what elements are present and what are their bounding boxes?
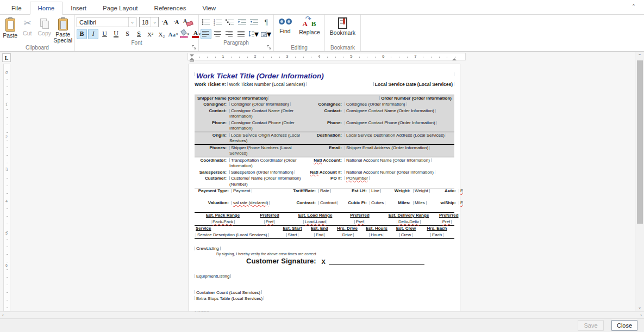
field-value[interactable]: val rate (declared) xyxy=(232,200,270,205)
scroll-right-arrow-icon[interactable]: › xyxy=(640,312,642,318)
font-family-dropdown-icon[interactable]: ⌄ xyxy=(128,17,136,27)
field-value[interactable]: Consignor Contact Name (Order Informatio… xyxy=(229,108,293,119)
tab-stop-selector[interactable]: L xyxy=(2,53,11,62)
justify-button[interactable] xyxy=(236,29,247,39)
field-value[interactable]: Pref xyxy=(264,219,276,224)
field-value[interactable]: PONumber xyxy=(345,176,370,181)
paste-button[interactable]: Paste xyxy=(2,16,19,44)
close-button[interactable]: Close xyxy=(611,320,637,331)
clear-formatting-button[interactable]: A xyxy=(183,17,193,27)
show-formatting-marks-button[interactable]: ¶ xyxy=(261,17,272,27)
field-value[interactable]: Consignor Contact Phone (Order Informati… xyxy=(229,120,295,131)
field-value[interactable]: Payment xyxy=(232,188,252,193)
field-value[interactable]: Consignee Contact Name (Order Informatio… xyxy=(345,108,436,113)
double-strikethrough-button[interactable]: S xyxy=(134,29,144,39)
underline-button[interactable]: U xyxy=(99,29,110,39)
field-value[interactable]: Pref xyxy=(354,219,366,224)
font-dialog-launcher[interactable] xyxy=(191,45,197,50)
field-value[interactable]: Line xyxy=(370,188,381,193)
tab-references[interactable]: References xyxy=(146,2,195,15)
field-value[interactable]: Customer Name (Order Information)(Number… xyxy=(229,176,301,187)
field-value[interactable]: Cubes xyxy=(370,200,385,205)
shading-button[interactable]: ▾ xyxy=(260,29,272,39)
save-button[interactable]: Save xyxy=(578,320,604,331)
field-value[interactable]: Consignee Contact Phone (Order Informati… xyxy=(345,120,437,125)
subscript-button[interactable]: X₂ xyxy=(157,29,167,39)
change-case-button[interactable]: Aa▾ xyxy=(168,29,178,39)
shrink-font-button[interactable]: ˇA xyxy=(171,17,182,27)
field-value[interactable]: Salesperson (Order Information) xyxy=(229,170,295,175)
field-value[interactable]: Local Service Origin Address (Local Serv… xyxy=(229,133,300,144)
shipper-name-field[interactable]: Shipper Name (Order Information) xyxy=(196,96,269,102)
order-number-field[interactable]: Order Number (Order Information) xyxy=(379,96,453,102)
font-size-dropdown-icon[interactable]: ⌄ xyxy=(151,17,158,27)
tab-home[interactable]: Home xyxy=(30,2,63,15)
superscript-button[interactable]: X² xyxy=(145,29,155,39)
field-value[interactable]: Rate xyxy=(318,188,331,193)
work-ticket-number-field[interactable]: Work Ticket Number (Local Services) xyxy=(227,82,307,87)
field-value[interactable]: Weight xyxy=(413,188,430,193)
scroll-up-arrow-icon[interactable]: ⌃ xyxy=(635,52,644,60)
field-value[interactable]: Crew xyxy=(399,232,413,237)
field-value[interactable]: Service Description (Local Services) xyxy=(196,232,269,237)
multilevel-list-button[interactable] xyxy=(224,17,235,27)
field-value[interactable]: Pref xyxy=(441,219,452,224)
tab-insert[interactable]: Insert xyxy=(62,2,95,15)
field-value[interactable]: National Account Name (Order Information… xyxy=(345,158,432,163)
field-value[interactable]: Shipper Email Address (Order Information… xyxy=(345,145,430,150)
field-value[interactable]: Pack-Pack xyxy=(211,219,235,224)
field-value[interactable]: End xyxy=(314,232,325,237)
font-family-combobox[interactable]: Calibri ⌄ xyxy=(77,17,136,27)
equipment-listing-field[interactable]: EquipmentListing xyxy=(195,274,231,279)
field-value[interactable]: Contract xyxy=(318,200,338,205)
cut-button[interactable]: ✂ Cut xyxy=(19,16,36,44)
double-underline-button[interactable]: U xyxy=(111,29,121,39)
numbering-button[interactable]: 123 xyxy=(212,17,223,27)
italic-button[interactable]: I xyxy=(88,29,98,39)
field-value[interactable]: Local Service Destination Address (Local… xyxy=(345,133,446,138)
tab-page-layout[interactable]: Page Layout xyxy=(95,2,146,15)
vertical-scrollbar-thumb[interactable] xyxy=(637,60,643,224)
document-canvas[interactable]: 1 2 3 4 5 6 7 Work Ticket Title (Order I… xyxy=(14,52,635,311)
field-value[interactable]: Deliv-Deliv xyxy=(397,219,421,224)
copy-button[interactable]: Copy xyxy=(36,16,53,44)
bookmark-button[interactable]: Bookmark xyxy=(327,16,359,44)
left-indent-marker[interactable] xyxy=(190,54,193,60)
decrease-indent-button[interactable] xyxy=(237,17,248,27)
field-value[interactable]: F xyxy=(459,188,463,199)
paragraph-dialog-launcher[interactable] xyxy=(266,45,272,50)
line-spacing-button[interactable]: ▾ xyxy=(248,29,259,39)
container-count-field[interactable]: Container Count (Local Services) xyxy=(195,290,262,296)
field-value[interactable]: Consignee (Order Information) xyxy=(345,102,407,107)
field-value[interactable]: Hours xyxy=(369,232,384,237)
field-value[interactable]: Consignor (Order Information) xyxy=(229,102,291,107)
field-value[interactable]: Each xyxy=(430,232,443,237)
align-left-button[interactable] xyxy=(201,29,211,39)
bullets-button[interactable] xyxy=(201,17,211,27)
replace-button[interactable]: ↷ A B Replace xyxy=(297,16,323,44)
field-value[interactable]: Load-Load xyxy=(303,219,327,224)
right-indent-marker[interactable] xyxy=(452,54,456,60)
service-date-field[interactable]: Local Service Date (Local Services) xyxy=(373,82,454,87)
doc-title[interactable]: Work Ticket Title (Order Information) xyxy=(195,72,454,80)
field-value[interactable]: Shipper Phone Numbers (Local Services) xyxy=(229,145,292,156)
field-value[interactable]: Miles xyxy=(413,200,427,205)
horizontal-scrollbar[interactable]: ‹ › xyxy=(0,311,644,318)
field-value[interactable]: Drive xyxy=(341,232,354,237)
font-size-combobox[interactable]: 18 ⌄ xyxy=(139,17,159,27)
field-value[interactable]: Transportation Coordinator (Order Inform… xyxy=(229,158,297,169)
tab-file[interactable]: File xyxy=(3,2,30,15)
align-center-button[interactable] xyxy=(212,29,223,39)
strikethrough-button[interactable]: S xyxy=(122,29,133,39)
document-page[interactable]: Work Ticket Title (Order Information) Wo… xyxy=(189,64,460,311)
vertical-scrollbar[interactable]: ⌃ ⌄ xyxy=(635,52,644,311)
increase-indent-button[interactable] xyxy=(249,17,260,27)
horizontal-ruler[interactable]: 1 2 3 4 5 6 7 xyxy=(187,53,466,60)
crew-listing-field[interactable]: CrewListing xyxy=(195,246,221,251)
field-value[interactable]: F xyxy=(459,200,463,211)
field-value[interactable]: Start xyxy=(286,232,299,237)
extra-stops-field[interactable]: Extra Stops Table (Local Services) xyxy=(195,296,264,302)
paste-special-button[interactable]: PasteSpecial xyxy=(53,16,73,44)
find-button[interactable]: Find xyxy=(276,16,295,44)
scroll-down-arrow-icon[interactable]: ⌄ xyxy=(635,303,644,311)
